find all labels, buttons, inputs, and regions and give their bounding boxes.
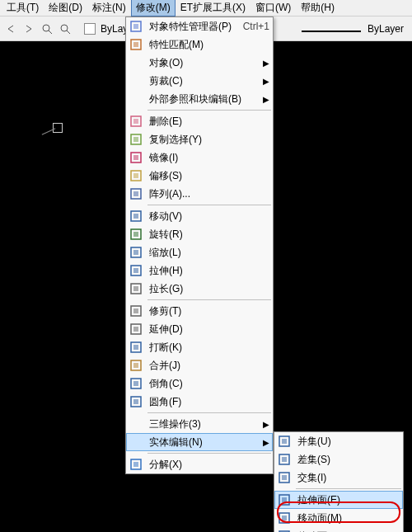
menu-item-s[interactable]: 偏移(S) (126, 167, 273, 185)
linetype-swatch[interactable] (302, 23, 361, 35)
fillet-icon (128, 393, 144, 410)
menu-item-i[interactable]: 交集(I) (274, 468, 403, 487)
menu-item-s[interactable]: 差集(S) (274, 450, 403, 468)
svg-rect-23 (133, 250, 138, 255)
menu-item-label: 差集(S) (293, 453, 400, 467)
svg-rect-21 (133, 232, 138, 237)
menu-separator (147, 205, 271, 205)
menu-item-p[interactable]: 对象特性管理器(P)Ctrl+1 (126, 17, 273, 35)
zoom-out-icon[interactable] (58, 21, 73, 36)
svg-rect-15 (133, 173, 138, 178)
blank-icon (128, 91, 144, 107)
svg-rect-19 (133, 214, 138, 219)
menu-item-b[interactable]: 外部参照和块编辑(B)▶ (126, 90, 273, 108)
svg-rect-11 (133, 137, 138, 142)
chamfer-icon (128, 375, 144, 392)
menu-item-i[interactable]: 镜像(I) (126, 148, 273, 167)
menu-item-f[interactable]: 圆角(F) (126, 393, 273, 411)
menu-window[interactable]: 窗口(W) (250, 0, 296, 16)
menu-item-v[interactable]: 移动(V) (126, 207, 273, 225)
mirror-icon (128, 149, 144, 166)
linetype-label[interactable]: ByLayer (368, 23, 404, 35)
menu-item-c[interactable]: 倒角(C) (126, 374, 273, 393)
menu-separator (147, 412, 271, 413)
menu-item-x[interactable]: 分解(X) (126, 455, 273, 473)
blank-icon (128, 416, 144, 432)
menu-item-e[interactable]: 删除(E) (126, 112, 273, 130)
svg-rect-35 (133, 363, 138, 368)
menu-item-label: 三维操作(3) (144, 417, 263, 431)
svg-rect-7 (133, 42, 138, 47)
menu-item-label: 分解(X) (144, 458, 269, 472)
rotate-icon (128, 226, 144, 242)
menu-item-j[interactable]: 合并(J) (126, 356, 273, 374)
move-face-icon (276, 510, 293, 526)
solid-edit-submenu: 并集(U)差集(S)交集(I)拉伸面(E)移动面(M)偏移面(O) (274, 431, 404, 532)
menu-modify[interactable]: 修改(M) (131, 0, 176, 16)
svg-point-0 (43, 25, 49, 31)
menu-separator (296, 488, 401, 489)
svg-rect-17 (133, 191, 138, 196)
svg-rect-29 (133, 308, 138, 313)
menu-item-label: 对象(O) (144, 56, 263, 70)
menu-item-label: 对象特性管理器(P) (144, 20, 236, 34)
menu-item-label: 剪裁(C) (144, 74, 263, 88)
menu-item-h[interactable]: 拉伸(H) (126, 261, 273, 280)
menu-separator (147, 299, 271, 300)
undo-icon[interactable] (3, 21, 18, 36)
svg-rect-13 (133, 155, 138, 160)
menu-item-label: 交集(I) (293, 471, 400, 485)
menu-item-label: 删除(E) (144, 115, 269, 129)
zoom-in-icon[interactable] (40, 21, 54, 36)
menu-item-m[interactable]: 移动面(M) (274, 509, 403, 527)
menu-item-l[interactable]: 缩放(L) (126, 243, 273, 261)
menu-dimension[interactable]: 标注(N) (87, 0, 131, 16)
properties-icon (128, 18, 144, 35)
menu-item-y[interactable]: 复制选择(Y) (126, 130, 273, 148)
menu-item-r[interactable]: 旋转(R) (126, 225, 273, 243)
menu-draw[interactable]: 绘图(D) (44, 0, 87, 16)
menu-item-g[interactable]: 拉长(G) (126, 280, 273, 298)
menu-item-accel: Ctrl+1 (236, 21, 269, 32)
menu-item-k[interactable]: 打断(K) (126, 338, 273, 356)
menu-item-label: 圆角(F) (144, 395, 269, 409)
extrude-face-icon (276, 492, 293, 508)
svg-rect-25 (133, 268, 138, 273)
menu-item-3[interactable]: 三维操作(3)▶ (126, 415, 273, 433)
redo-icon[interactable] (21, 21, 36, 36)
svg-rect-37 (133, 381, 138, 386)
menu-item-label: 缩放(L) (144, 246, 269, 260)
menu-item-d[interactable]: 延伸(D) (126, 320, 273, 338)
trim-icon (128, 303, 144, 319)
menu-et-tools[interactable]: ET扩展工具(X) (176, 0, 250, 16)
color-swatch[interactable] (82, 21, 97, 36)
menubar: 工具(T) 绘图(D) 标注(N) 修改(M) ET扩展工具(X) 窗口(W) … (0, 0, 412, 16)
menu-item-u[interactable]: 并集(U) (274, 432, 403, 450)
menu-item-label: 移动面(M) (293, 511, 400, 525)
menu-item-label: 并集(U) (293, 435, 400, 449)
lengthen-icon (128, 280, 144, 297)
menu-help[interactable]: 帮助(H) (296, 0, 339, 16)
menu-item-label: 合并(J) (144, 359, 269, 373)
menu-item-o[interactable]: 对象(O)▶ (126, 54, 273, 72)
scale-icon (128, 244, 144, 261)
svg-line-3 (67, 31, 70, 34)
svg-rect-51 (282, 516, 287, 520)
menu-item-label: 偏移面(O) (293, 530, 400, 533)
menu-item-label: 移动(V) (144, 210, 269, 224)
menu-item-t[interactable]: 修剪(T) (126, 302, 273, 320)
menu-item-a[interactable]: 阵列(A)... (126, 185, 273, 203)
blank-icon (128, 54, 144, 71)
menu-tools[interactable]: 工具(T) (2, 0, 44, 16)
menu-item-o[interactable]: 偏移面(O) (274, 527, 403, 532)
menu-item-c[interactable]: 剪裁(C)▶ (126, 72, 273, 90)
svg-rect-43 (282, 439, 287, 444)
submenu-arrow-icon: ▶ (263, 77, 269, 86)
menu-item-e[interactable]: 拉伸面(E) (274, 491, 403, 509)
ucs-icon (49, 120, 66, 136)
menu-item-label: 拉伸面(E) (293, 493, 400, 507)
menu-item-m[interactable]: 特性匹配(M) (126, 35, 273, 54)
offset-icon (128, 167, 144, 184)
menu-item-n[interactable]: 实体编辑(N)▶ (126, 433, 273, 451)
offset-face-icon (276, 528, 293, 532)
